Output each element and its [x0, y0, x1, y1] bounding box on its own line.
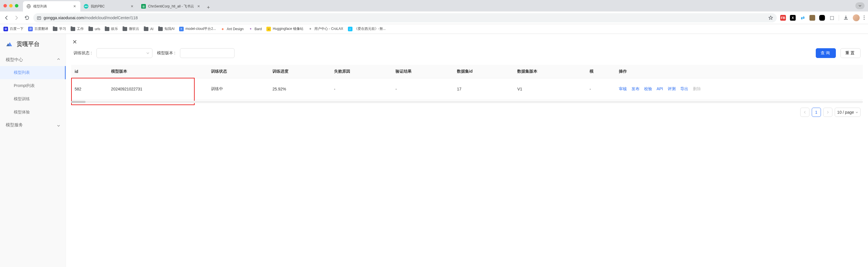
- bookmark-item[interactable]: ✿百度一下: [3, 26, 24, 31]
- horizontal-scrollbar[interactable]: [71, 101, 863, 103]
- tab-close-icon[interactable]: ✕: [196, 4, 201, 9]
- scroll-thumb[interactable]: [71, 101, 86, 103]
- sidebar-item-model-list[interactable]: 模型列表: [0, 66, 66, 79]
- bookmark-icon: ✿: [3, 27, 8, 31]
- col-progress: 训练进度: [269, 65, 330, 78]
- action-api[interactable]: API: [656, 85, 663, 92]
- browser-toolbar: gongga.xiaoduoai.com/modelcloud/modelCen…: [0, 11, 868, 24]
- site-info-icon[interactable]: [37, 16, 41, 20]
- address-bar[interactable]: gongga.xiaoduoai.com/modelcloud/modelCen…: [33, 13, 777, 22]
- action-eval[interactable]: 评测: [668, 85, 676, 92]
- downloads-icon[interactable]: [843, 15, 849, 21]
- action-delete[interactable]: 删除: [693, 85, 701, 92]
- page-number-button[interactable]: 1: [812, 108, 821, 117]
- bookmark-item[interactable]: AI: [144, 27, 153, 31]
- action-publish[interactable]: 发布: [631, 85, 640, 92]
- bookmark-item[interactable]: 译百度翻译: [28, 26, 48, 31]
- col-dataset-id: 数据集id: [454, 65, 514, 78]
- browser-tabs: 模型列表 ✕ ●● 我的PBC ✕ ⊞ ChnSentiCorp_htl_all…: [23, 0, 853, 11]
- query-button[interactable]: 查询: [816, 48, 836, 58]
- bookmark-item[interactable]: urls: [88, 27, 100, 31]
- tab-close-icon[interactable]: ✕: [130, 4, 134, 9]
- bookmark-item[interactable]: ✦Bard: [248, 27, 262, 31]
- menu-header-model-center[interactable]: 模型中心: [0, 54, 66, 66]
- action-audit[interactable]: 审核: [619, 85, 627, 92]
- back-icon[interactable]: [3, 15, 9, 21]
- bookmark-item[interactable]: ≡model-cloud平台2...: [179, 26, 216, 31]
- tabs-dropdown[interactable]: [856, 2, 865, 9]
- star-icon[interactable]: [768, 15, 773, 20]
- tab-title: 模型列表: [33, 4, 70, 9]
- maximize-window[interactable]: [15, 4, 19, 7]
- close-icon[interactable]: ✕: [72, 38, 77, 46]
- bookmark-item[interactable]: 学习: [53, 26, 66, 31]
- minimize-window[interactable]: [9, 4, 12, 7]
- browser-tab[interactable]: 模型列表 ✕: [23, 1, 81, 11]
- tab-close-icon[interactable]: ✕: [72, 4, 77, 9]
- reset-button[interactable]: 重置: [840, 48, 861, 58]
- cell-dataset-ver: V1: [514, 78, 586, 100]
- reload-icon[interactable]: [24, 15, 30, 21]
- cell-verify: -: [392, 78, 454, 100]
- extension-icon[interactable]: [819, 15, 825, 21]
- cell-dataset-id: 17: [454, 78, 514, 100]
- bookmark-item[interactable]: ☺Huggingface 镜像站: [267, 26, 303, 31]
- status-filter-label: 训练状态 :: [73, 51, 92, 56]
- toolbar-extensions: FB X ⇄ ⬚: [780, 14, 865, 21]
- profile-avatar[interactable]: [853, 14, 860, 21]
- menu-header-model-service[interactable]: 模型服务: [0, 119, 66, 131]
- browser-menu-icon[interactable]: [864, 16, 865, 20]
- divider: [839, 15, 839, 21]
- chevron-down-icon: [57, 123, 60, 127]
- forward-icon[interactable]: [14, 15, 20, 21]
- sidebar-item-model-train[interactable]: 模型训练: [0, 92, 66, 106]
- bookmark-icon: ✈: [308, 27, 313, 31]
- col-truncated: 模: [586, 65, 615, 78]
- page-size-select[interactable]: 10 / page: [835, 108, 861, 117]
- logo-icon: [6, 41, 14, 48]
- bookmark-item[interactable]: 知我AI: [158, 26, 175, 31]
- bookmark-item[interactable]: 娱乐: [105, 26, 118, 31]
- tab-title: ChnSentiCorp_htl_all - 飞书云: [148, 4, 194, 9]
- bookmark-icon: ♪: [348, 27, 352, 31]
- extension-icon[interactable]: FB: [780, 15, 786, 21]
- main-panel: ✕ 训练状态 : 模型版本 : 查询 重置 id 模型版本 训练状态 训练进度: [66, 34, 868, 267]
- next-page-button[interactable]: [823, 108, 832, 117]
- status-select[interactable]: [96, 48, 152, 58]
- bookmark-item[interactable]: 工作: [71, 26, 84, 31]
- bookmark-icon: ✦: [248, 27, 253, 31]
- close-window[interactable]: [3, 4, 7, 7]
- chat-icon: ●●: [84, 4, 88, 9]
- cell-actions: 审核 发布 校验 API 评测 导出 删除: [615, 78, 863, 100]
- col-actions: 操作: [615, 65, 863, 78]
- version-input[interactable]: [180, 48, 235, 58]
- extension-icon[interactable]: X: [790, 15, 796, 21]
- folder-icon: [88, 27, 93, 31]
- extension-icon[interactable]: ⇄: [800, 15, 805, 21]
- action-export[interactable]: 导出: [680, 85, 688, 92]
- titlebar: 模型列表 ✕ ●● 我的PBC ✕ ⊞ ChnSentiCorp_htl_all…: [0, 0, 868, 11]
- prev-page-button[interactable]: [800, 108, 809, 117]
- window-controls: [3, 4, 19, 7]
- logo[interactable]: 贡嘎平台: [0, 37, 66, 54]
- svg-rect-3: [37, 17, 41, 20]
- folder-icon: [158, 27, 163, 31]
- sidebar-item-model-experience[interactable]: 模型体验: [0, 106, 66, 119]
- bookmark-item[interactable]: ♪《爱在西元前》-努...: [348, 26, 386, 31]
- sidebar-item-prompt-list[interactable]: Prompt列表: [0, 79, 66, 92]
- extension-icon[interactable]: [809, 15, 815, 21]
- action-verify[interactable]: 校验: [644, 85, 652, 92]
- bookmark-item[interactable]: ◈Ant Design: [220, 27, 244, 31]
- cell-fail: -: [331, 78, 392, 100]
- extensions-puzzle-icon[interactable]: ⬚: [829, 15, 835, 21]
- bookmark-item[interactable]: 微软云: [123, 26, 139, 31]
- col-dataset-ver: 数据集版本: [514, 65, 586, 78]
- version-filter-label: 模型版本 :: [157, 51, 175, 56]
- browser-tab[interactable]: ⊞ ChnSentiCorp_htl_all - 飞书云 ✕: [138, 1, 205, 11]
- bookmark-item[interactable]: ✈用户中心 - CroLAX: [308, 26, 343, 31]
- folder-icon: [53, 27, 57, 31]
- browser-tab[interactable]: ●● 我的PBC ✕: [81, 1, 138, 11]
- new-tab-button[interactable]: +: [205, 3, 212, 11]
- folder-icon: [71, 27, 75, 31]
- bookmark-icon: ◈: [220, 27, 225, 31]
